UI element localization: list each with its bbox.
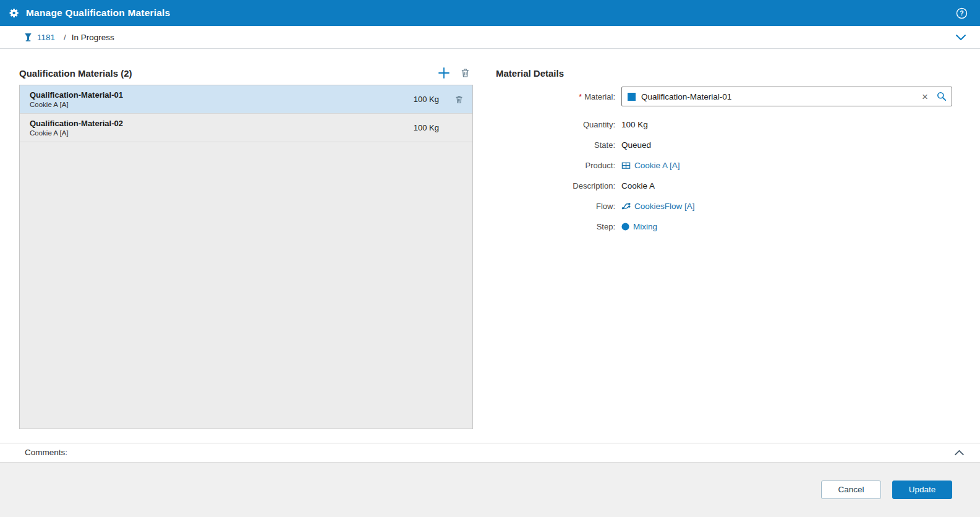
- list-item[interactable]: Qualification-Material-02 Cookie A [A] 1…: [20, 114, 472, 142]
- lot-icon: [23, 32, 33, 42]
- product-icon: [621, 161, 631, 170]
- flow-label: Flow:: [496, 202, 621, 211]
- gear-icon: [9, 7, 20, 19]
- quantity-value: 100 Kg: [621, 120, 952, 129]
- page-title: Manage Qualification Materials: [26, 7, 170, 19]
- material-quantity: 100 Kg: [414, 123, 445, 132]
- materials-list: Qualification-Material-01 Cookie A [A] 1…: [19, 85, 473, 429]
- cancel-button[interactable]: Cancel: [821, 481, 881, 499]
- help-icon[interactable]: ?: [956, 7, 968, 19]
- list-item[interactable]: Qualification-Material-01 Cookie A [A] 1…: [20, 85, 472, 114]
- flow-row: Flow: CookiesFlow [A]: [496, 196, 952, 216]
- description-row: Description: Cookie A: [496, 176, 952, 196]
- chevron-down-icon[interactable]: [955, 34, 966, 41]
- add-icon[interactable]: [438, 67, 450, 79]
- material-picker: ×: [621, 87, 952, 106]
- step-label: Step:: [496, 222, 621, 231]
- title-bar: Manage Qualification Materials ?: [0, 0, 980, 26]
- qualification-materials-panel: Qualification Materials (2) Qualificatio…: [19, 61, 473, 443]
- material-name: Qualification-Material-01: [30, 90, 414, 100]
- main-content: Qualification Materials (2) Qualificatio…: [0, 49, 980, 443]
- product-label: Product:: [496, 161, 621, 170]
- product-row: Product: Cookie A [A]: [496, 155, 952, 176]
- flow-icon: [621, 202, 631, 211]
- material-type-icon: [628, 93, 636, 101]
- required-marker: *: [579, 92, 582, 101]
- quantity-label: Quantity:: [496, 120, 621, 129]
- flow-link[interactable]: CookiesFlow [A]: [634, 202, 695, 211]
- material-input[interactable]: [641, 92, 918, 101]
- breadcrumb: 1181 / In Progress: [0, 26, 980, 49]
- delete-icon[interactable]: [460, 67, 471, 79]
- details-form: *Material: × Quantity: [496, 86, 952, 237]
- list-title: Qualification Materials (2): [19, 68, 132, 79]
- comments-bar[interactable]: Comments:: [0, 443, 980, 463]
- material-name: Qualification-Material-02: [30, 119, 414, 128]
- step-row: Step: Mixing: [496, 216, 952, 237]
- row-delete-icon[interactable]: [454, 95, 464, 105]
- description-label: Description:: [496, 181, 621, 190]
- breadcrumb-separator: /: [64, 33, 66, 42]
- search-icon[interactable]: [937, 92, 947, 101]
- material-subtitle: Cookie A [A]: [30, 129, 414, 137]
- description-value: Cookie A: [621, 181, 952, 190]
- state-label: State:: [496, 140, 621, 150]
- material-details-panel: Material Details *Material: ×: [496, 61, 952, 443]
- breadcrumb-status: In Progress: [72, 33, 114, 42]
- material-subtitle: Cookie A [A]: [30, 101, 414, 108]
- svg-text:?: ?: [960, 9, 963, 17]
- lot-link[interactable]: 1181: [37, 33, 55, 42]
- list-header: Qualification Materials (2): [19, 61, 473, 85]
- state-row: State: Queued: [496, 135, 952, 155]
- step-icon: [621, 223, 629, 231]
- comments-label: Comments:: [25, 448, 67, 457]
- chevron-up-icon[interactable]: [954, 450, 965, 456]
- footer-actions: Cancel Update: [0, 463, 980, 517]
- material-field-row: *Material: ×: [496, 86, 952, 107]
- step-link[interactable]: Mixing: [633, 222, 657, 231]
- product-link[interactable]: Cookie A [A]: [634, 161, 680, 170]
- details-title: Material Details: [496, 61, 952, 85]
- material-quantity: 100 Kg: [414, 95, 445, 104]
- quantity-row: Quantity: 100 Kg: [496, 114, 952, 135]
- state-value: Queued: [621, 140, 952, 150]
- update-button[interactable]: Update: [892, 481, 952, 499]
- material-label: Material:: [584, 92, 615, 101]
- manage-qualification-materials-window: Manage Qualification Materials ? 1181 / …: [0, 0, 980, 517]
- clear-icon[interactable]: ×: [918, 92, 932, 102]
